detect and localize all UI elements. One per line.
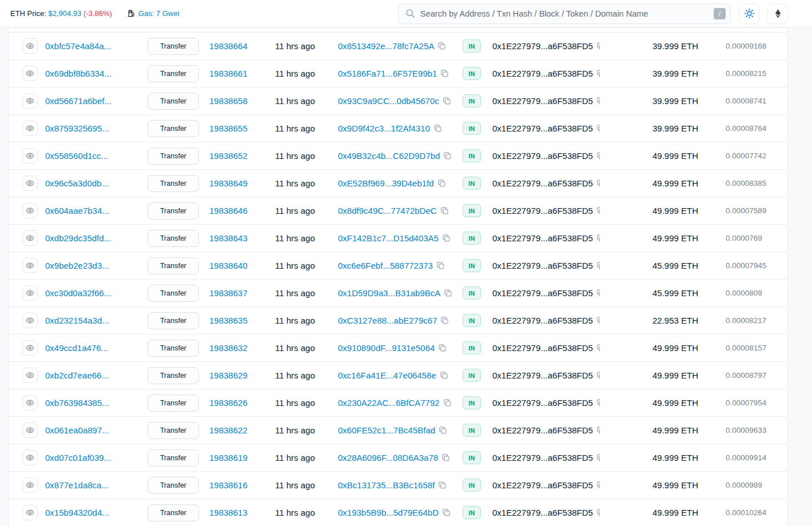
gas-link[interactable]: Gas: 7 Gwei [138,9,180,18]
txn-hash-link[interactable]: 0x8759325695... [45,123,109,133]
view-txn-details-button[interactable] [22,368,38,383]
txn-hash-link[interactable]: 0xd232154a3d... [45,316,109,325]
view-txn-details-button[interactable] [22,230,38,246]
copy-from-address-button[interactable] [443,97,451,105]
copy-from-address-button[interactable] [442,234,451,242]
copy-from-address-button[interactable] [444,289,452,297]
block-link[interactable]: 19838664 [209,41,248,51]
txn-hash-link[interactable]: 0x558560d1cc... [45,151,108,161]
copy-from-address-button[interactable] [437,179,446,188]
from-address-link[interactable]: 0x8513492e...78fc7A25A [338,41,434,51]
block-link[interactable]: 19838655 [209,123,248,133]
method-button[interactable]: Transfer [148,477,199,494]
method-button[interactable]: Transfer [148,422,199,439]
txn-hash-link[interactable]: 0xbfc57e4a84a... [45,41,111,51]
txn-hash-link[interactable]: 0x15b94320d4... [45,508,109,517]
copy-from-address-button[interactable] [437,42,446,50]
from-address-link[interactable]: 0xc6e6Febf...588772373 [338,261,433,270]
search-bar[interactable]: / [398,3,731,24]
view-txn-details-button[interactable] [22,313,38,328]
txn-hash-link[interactable]: 0x69dbf8b6334... [45,69,112,78]
block-link[interactable]: 19838637 [209,288,248,298]
copy-from-address-button[interactable] [438,344,447,352]
block-link[interactable]: 19838643 [209,233,248,243]
eth-price-value-link[interactable]: $2,904.93 [48,9,81,18]
from-address-link[interactable]: 0x93C9a9CC...0db45670c [338,96,439,106]
copy-from-address-button[interactable] [440,371,448,380]
theme-toggle-button[interactable] [739,3,759,24]
from-address-link[interactable]: 0xF142B1c7...D15d403A5 [338,233,439,243]
from-address-link[interactable]: 0xE52Bf969...39D4eb1fd [338,178,434,188]
copy-from-address-button[interactable] [439,426,447,435]
block-link[interactable]: 19838632 [209,343,248,353]
method-button[interactable]: Transfer [148,93,199,110]
from-address-link[interactable]: 0x49B32c4b...C62D9D7bd [338,151,440,161]
copy-from-address-button[interactable] [443,152,452,160]
block-link[interactable]: 19838646 [209,206,248,216]
copy-from-address-button[interactable] [436,261,445,270]
from-address-link[interactable]: 0xc16Fa41E...47e06458e [338,370,436,380]
copy-from-address-button[interactable] [440,206,449,215]
txn-hash-link[interactable]: 0xc30d0a32f66... [45,288,111,298]
txn-hash-link[interactable]: 0xd56671a6bef... [45,96,112,106]
copy-from-address-button[interactable] [442,508,451,517]
view-txn-details-button[interactable] [22,121,38,136]
txn-hash-link[interactable]: 0x49ccd1a476... [45,343,108,353]
from-address-link[interactable]: 0x1D59D9a3...B31ab9BcA [338,288,440,298]
method-button[interactable]: Transfer [148,285,199,302]
view-txn-details-button[interactable] [22,450,38,465]
copy-from-address-button[interactable] [433,124,442,133]
view-txn-details-button[interactable] [22,505,38,520]
block-link[interactable]: 19838640 [209,261,248,270]
view-txn-details-button[interactable] [22,395,38,411]
txn-hash-link[interactable]: 0xdb29dc35dfd... [45,233,111,243]
from-address-link[interactable]: 0x230A22AC...6BfCA7792 [338,398,440,408]
method-button[interactable]: Transfer [148,367,199,384]
txn-hash-link[interactable]: 0x9beb2e23d3... [45,261,109,270]
block-link[interactable]: 19838629 [209,370,248,380]
view-txn-details-button[interactable] [22,423,38,438]
view-txn-details-button[interactable] [22,258,38,273]
search-input[interactable] [420,9,708,18]
block-link[interactable]: 19838661 [209,69,248,78]
copy-from-address-button[interactable] [443,399,452,407]
method-button[interactable]: Transfer [148,175,199,192]
from-address-link[interactable]: 0x193b5B9b...5d79E64bD [338,508,439,517]
view-txn-details-button[interactable] [22,477,38,493]
view-txn-details-button[interactable] [22,66,38,81]
from-address-link[interactable]: 0x28A6096F...08D6A3a78 [338,453,438,463]
method-button[interactable]: Transfer [148,312,199,329]
txn-hash-link[interactable]: 0x96c5a3d0db... [45,178,109,188]
copy-from-address-button[interactable] [441,453,450,462]
method-button[interactable]: Transfer [148,202,199,220]
from-address-link[interactable]: 0xBc131735...B3Bc1658f [338,480,435,490]
view-txn-details-button[interactable] [22,38,38,54]
block-link[interactable]: 19838649 [209,178,248,188]
copy-from-address-button[interactable] [440,316,449,325]
method-button[interactable]: Transfer [148,504,199,521]
method-button[interactable]: Transfer [148,230,199,247]
view-txn-details-button[interactable] [22,340,38,356]
copy-from-address-button[interactable] [438,481,447,489]
view-txn-details-button[interactable] [22,176,38,191]
txn-hash-link[interactable]: 0x061ea0a897... [45,425,109,435]
view-txn-details-button[interactable] [22,93,38,109]
txn-hash-link[interactable]: 0xb2cd7eae66... [45,370,109,380]
method-button[interactable]: Transfer [148,340,199,357]
from-address-link[interactable]: 0xC3127e88...abE279c67 [338,316,437,325]
block-link[interactable]: 19838619 [209,453,248,463]
block-link[interactable]: 19838658 [209,96,248,106]
txn-hash-link[interactable]: 0x604aae7b34... [45,206,109,216]
method-button[interactable]: Transfer [148,65,199,82]
block-link[interactable]: 19838626 [209,398,248,408]
view-txn-details-button[interactable] [22,285,38,301]
view-txn-details-button[interactable] [22,203,38,218]
txn-hash-link[interactable]: 0xd07c01af039... [45,453,111,463]
from-address-link[interactable]: 0x60FE52c1...7Bc45Bfad [338,425,435,435]
method-button[interactable]: Transfer [148,148,199,165]
method-button[interactable]: Transfer [148,394,199,412]
block-link[interactable]: 19838635 [209,316,248,325]
from-address-link[interactable]: 0x9D9f42c3...1f2Af4310 [338,123,430,133]
from-address-link[interactable]: 0x5186Fa71...6F57E99b1 [338,69,437,78]
copy-from-address-button[interactable] [440,69,449,78]
